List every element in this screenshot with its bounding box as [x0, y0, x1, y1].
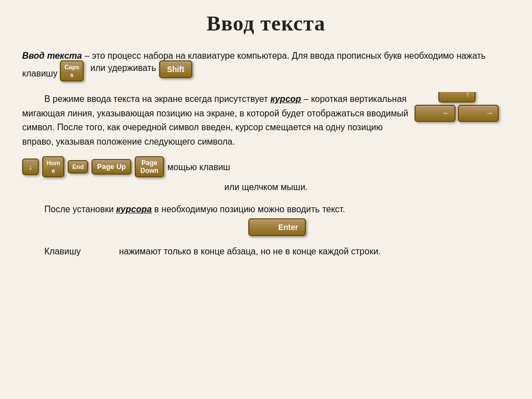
arrow-keys-block: ↑ ← → — [415, 92, 499, 122]
paragraph-4: После установки курсора в необходимую по… — [22, 202, 510, 237]
caps-lock-key[interactable]: Capss — [60, 60, 84, 82]
home-key[interactable]: Home — [42, 156, 64, 178]
arrow-left-key[interactable]: ← — [415, 105, 456, 121]
page-title: Ввод текста — [22, 11, 510, 35]
para3-middle: мощью клавиш — [167, 160, 231, 175]
nav-keys-row: ↓ Home End Page Up PageDown мощью клавиш — [22, 157, 510, 178]
enter-key[interactable]: Enter — [248, 218, 306, 236]
arrow-down-key[interactable]: ↓ — [22, 158, 39, 175]
content-area: Ввод текста – это процесс набора на клав… — [22, 49, 510, 258]
page-up-key[interactable]: Page Up — [91, 159, 131, 175]
para4-end: в необходимую позицию можно вводить текс… — [154, 204, 345, 214]
paragraph-1: Ввод текста – это процесс набора на клав… — [22, 49, 510, 84]
shift-key[interactable]: Shift — [159, 60, 192, 78]
page: Ввод текста Ввод текста – это процесс на… — [0, 0, 532, 399]
page-down-key[interactable]: PageDown — [135, 156, 164, 178]
arrow-right-key[interactable]: → — [458, 105, 499, 121]
para5-end: нажимают только в конце абзаца, но не в … — [119, 247, 381, 256]
cursor-word: курсор — [270, 94, 301, 104]
kursorom-word: курсора — [116, 204, 152, 214]
paragraph-2: ↑ ← → В режиме ввода текста на экране вс… — [22, 92, 510, 149]
paragraph-5: Клавишу нажимают только в конце абзаца, … — [22, 244, 510, 259]
arrow-up-row: ↑ — [438, 92, 475, 103]
arrow-lr-row: ← → — [415, 105, 499, 122]
para3-or-mouse: или щелчком мыши. — [22, 180, 510, 195]
paragraph-3: ↓ Home End Page Up PageDown мощью клавиш… — [22, 157, 510, 195]
caps-shift-group: Capss или удерживать Shift — [60, 61, 192, 83]
para2-start: В режиме ввода текста на экране всегда п… — [44, 94, 270, 104]
intro-text-2: или удерживать — [90, 61, 156, 75]
arrow-up-key[interactable]: ↑ — [438, 92, 475, 103]
end-key[interactable]: End — [68, 160, 88, 173]
para4-start: После установки — [44, 204, 116, 214]
intro-text-bold: Ввод текста — [22, 51, 82, 60]
para5-start: Клавишу — [44, 247, 83, 256]
